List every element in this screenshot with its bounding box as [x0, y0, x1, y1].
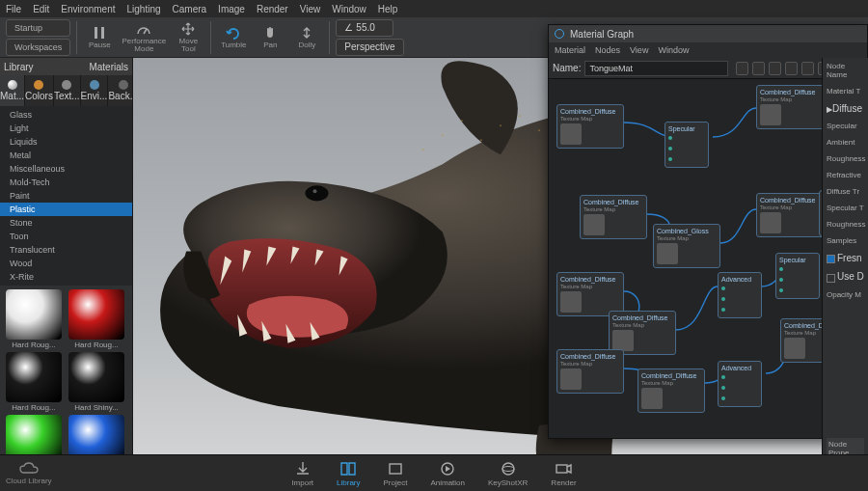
menu-edit[interactable]: Edit [33, 4, 49, 14]
refresh-icon[interactable] [752, 62, 765, 75]
pause-button[interactable]: Pause [83, 19, 116, 56]
svg-point-18 [502, 463, 514, 475]
redo-icon[interactable] [785, 62, 798, 75]
category-plastic[interactable]: Plastic [0, 203, 132, 216]
category-metal[interactable]: Metal [0, 149, 132, 162]
material-swatch[interactable]: Hard Roug... [4, 289, 64, 349]
workspaces-button[interactable]: Workspaces [6, 39, 70, 56]
bottom-animation[interactable]: Animation [430, 460, 465, 487]
delete-icon[interactable] [801, 62, 814, 75]
prop-roughness[interactable]: Roughness [827, 154, 864, 163]
undo-icon[interactable] [769, 62, 781, 75]
prop-specular[interactable]: Specular [827, 122, 864, 130]
material-swatch[interactable]: Hard Roug... [67, 289, 126, 349]
library-tabs: Mat... Colors Text... Envi... Back... Fa… [0, 75, 132, 106]
save-icon[interactable] [736, 62, 748, 75]
gauge-icon [136, 21, 151, 37]
category-miscellaneous[interactable]: Miscellaneous [0, 162, 132, 176]
prop-diffusetr[interactable]: Diffuse Tr [827, 187, 864, 196]
material-graph-titlebar[interactable]: Material Graph [549, 25, 867, 42]
dolly-icon [299, 25, 314, 41]
category-light[interactable]: Light [0, 122, 132, 135]
ng-menu-window[interactable]: Window [658, 45, 689, 55]
category-mold-tech[interactable]: Mold-Tech [0, 176, 132, 189]
graph-node[interactable]: Combined_GlossTexture Map [653, 224, 720, 268]
pan-button[interactable]: Pan [254, 19, 286, 56]
bottom-library[interactable]: Library [337, 460, 360, 487]
tab-colors[interactable]: Colors [25, 75, 54, 106]
material-swatch[interactable]: Hard Shiny... [67, 352, 126, 412]
category-wood[interactable]: Wood [0, 257, 132, 270]
menu-environment[interactable]: Environment [61, 4, 115, 14]
bottom-import[interactable]: Import [291, 460, 313, 487]
library-panel: LibraryMaterials Mat... Colors Text... E… [0, 58, 133, 491]
menu-help[interactable]: Help [378, 4, 398, 14]
category-liquids[interactable]: Liquids [0, 135, 132, 149]
tab-environments[interactable]: Envi... [81, 75, 109, 106]
menu-camera[interactable]: Camera [173, 4, 207, 14]
ng-menu-material[interactable]: Material [555, 45, 585, 55]
material-graph-window[interactable]: Material Graph Material Nodes View Windo… [548, 24, 868, 439]
category-list: GlassLightLiquidsMetalMiscellaneousMold-… [0, 106, 132, 286]
fov-field[interactable]: ∠55.0 [336, 19, 393, 37]
material-name-input[interactable]: TongueMat [584, 61, 727, 76]
prop-roughness2[interactable]: Roughness [827, 220, 864, 229]
prop-ambient[interactable]: Ambient [827, 138, 864, 147]
cloud-library-button[interactable]: Cloud Library [6, 462, 52, 485]
tab-materials[interactable]: Mat... [0, 75, 25, 106]
bottom-keyshotxr[interactable]: KeyShotXR [488, 460, 528, 487]
graph-node[interactable]: Advanced [718, 272, 762, 318]
ng-menu-view[interactable]: View [630, 45, 648, 55]
bottom-render[interactable]: Render [551, 460, 576, 487]
menu-image[interactable]: Image [218, 4, 245, 14]
graph-node[interactable]: Combined_DiffuseTexture Map [580, 195, 647, 239]
dolly-button[interactable]: Dolly [290, 19, 323, 56]
check-fresnel[interactable]: Fresn [827, 253, 864, 263]
graph-node[interactable]: Specular [775, 253, 820, 299]
move-tool-button[interactable]: Move Tool [172, 19, 204, 56]
category-translucent[interactable]: Translucent [0, 243, 132, 257]
separator [76, 21, 77, 54]
animation-icon [439, 460, 456, 477]
menu-view[interactable]: View [300, 4, 321, 14]
graph-node[interactable]: Advanced [718, 361, 762, 407]
xr-icon [500, 460, 517, 477]
library-title: LibraryMaterials [0, 58, 132, 75]
bottom-project[interactable]: Project [384, 460, 408, 487]
prop-refractive[interactable]: Refractive [827, 171, 864, 179]
startup-button[interactable]: Startup [6, 19, 70, 37]
check-used[interactable]: Use D [827, 271, 864, 282]
perspective-dropdown[interactable]: Perspective [336, 39, 403, 56]
category-stone[interactable]: Stone [0, 216, 132, 230]
category-toon[interactable]: Toon [0, 230, 132, 243]
rotate-icon [226, 25, 241, 41]
prop-speculartr[interactable]: Specular T [827, 204, 864, 212]
material-swatch[interactable]: Hard Roug... [4, 352, 64, 412]
category-paint[interactable]: Paint [0, 189, 132, 203]
category-x-rite[interactable]: X-Rite [0, 270, 132, 284]
prop-diffuse[interactable]: ▶Diffuse [827, 103, 864, 114]
graph-node[interactable]: Combined_DiffuseTexture Map [556, 104, 624, 149]
svg-point-12 [480, 139, 482, 141]
tumble-button[interactable]: Tumble [217, 19, 250, 56]
graph-node[interactable]: Combined_DiffuseTexture Map [637, 368, 705, 413]
node-canvas[interactable]: Combined_DiffuseTexture MapCombined_Diff… [549, 79, 867, 438]
material-graph-toolbar: Name: TongueMat [549, 58, 867, 79]
svg-point-5 [500, 124, 502, 126]
prop-opacity[interactable]: Opacity M [827, 290, 864, 299]
performance-mode-button[interactable]: Performance Mode [120, 19, 168, 56]
tab-textures[interactable]: Text... [54, 75, 81, 106]
ng-menu-nodes[interactable]: Nodes [595, 45, 620, 55]
graph-node[interactable]: Combined_DiffuseTexture Map [756, 193, 824, 237]
svg-rect-16 [390, 464, 401, 474]
graph-node[interactable]: Combined_DiffuseTexture Map [556, 349, 624, 394]
menu-lighting[interactable]: Lighting [127, 4, 161, 14]
menu-window[interactable]: Window [332, 4, 366, 14]
prop-samples[interactable]: Samples [827, 236, 864, 245]
graph-node[interactable]: Specular [665, 122, 709, 168]
graph-node[interactable]: Combined_DiffuseTexture Map [756, 85, 824, 129]
category-glass[interactable]: Glass [0, 108, 132, 122]
menu-render[interactable]: Render [257, 4, 288, 14]
separator [329, 21, 330, 54]
menu-file[interactable]: File [6, 4, 21, 14]
